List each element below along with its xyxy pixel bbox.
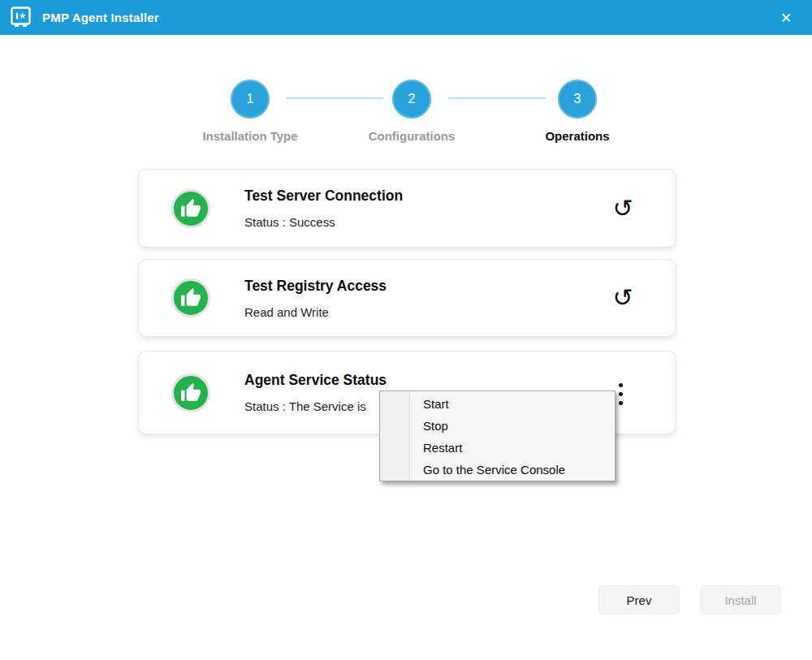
card-status: Read and Write bbox=[244, 305, 387, 319]
close-icon[interactable]: ✕ bbox=[773, 5, 799, 31]
kebab-menu-icon[interactable] bbox=[611, 380, 630, 408]
title-bar: PMP Agent Installer ✕ bbox=[0, 0, 812, 35]
step-circle-1: 1 bbox=[231, 80, 270, 119]
window-title: PMP Agent Installer bbox=[42, 0, 159, 35]
prev-button[interactable]: Prev bbox=[598, 585, 680, 615]
kebab-dot bbox=[619, 392, 623, 396]
step-connector-1 bbox=[286, 97, 383, 99]
card-title: Test Registry Access bbox=[244, 278, 387, 295]
card-title: Agent Service Status bbox=[244, 372, 387, 389]
menu-item-start[interactable]: Start bbox=[380, 393, 615, 415]
step-number: 1 bbox=[247, 92, 254, 106]
card-text: Test Server Connection Status : Success bbox=[244, 170, 403, 247]
install-button[interactable]: Install bbox=[700, 585, 781, 615]
card-text: Test Registry Access Read and Write bbox=[244, 260, 387, 336]
step-circle-2: 2 bbox=[392, 80, 431, 119]
card-test-registry-access: Test Registry Access Read and Write ↺ bbox=[138, 259, 676, 337]
retry-icon[interactable]: ↺ bbox=[608, 194, 637, 223]
thumbs-up-icon bbox=[171, 373, 210, 412]
step-label-configurations: Configurations bbox=[330, 129, 493, 143]
menu-item-stop[interactable]: Stop bbox=[380, 415, 615, 437]
step-number: 3 bbox=[574, 92, 581, 106]
service-context-menu: Start Stop Restart Go to the Service Con… bbox=[379, 390, 615, 481]
thumbs-up-icon bbox=[171, 278, 210, 317]
card-text: Agent Service Status Status : The Servic… bbox=[244, 352, 387, 434]
step-number: 2 bbox=[408, 92, 416, 106]
menu-item-restart[interactable]: Restart bbox=[380, 437, 615, 459]
kebab-dot bbox=[619, 383, 623, 387]
retry-icon[interactable]: ↺ bbox=[608, 283, 637, 313]
kebab-dot bbox=[619, 401, 623, 405]
step-label-operations: Operations bbox=[496, 129, 659, 143]
card-status: Status : The Service is bbox=[244, 399, 387, 413]
step-label-installation-type: Installation Type bbox=[169, 129, 331, 143]
step-circle-3: 3 bbox=[558, 80, 597, 119]
safe-vault-icon bbox=[10, 6, 32, 28]
menu-item-go-to-service-console[interactable]: Go to the Service Console bbox=[380, 459, 615, 481]
card-status: Status : Success bbox=[244, 215, 403, 229]
thumbs-up-icon bbox=[171, 189, 210, 228]
card-title: Test Server Connection bbox=[244, 188, 403, 205]
step-connector-2 bbox=[448, 97, 546, 99]
card-test-server-connection: Test Server Connection Status : Success … bbox=[138, 169, 676, 248]
installer-window: PMP Agent Installer ✕ 1 2 3 Installation… bbox=[0, 0, 812, 660]
